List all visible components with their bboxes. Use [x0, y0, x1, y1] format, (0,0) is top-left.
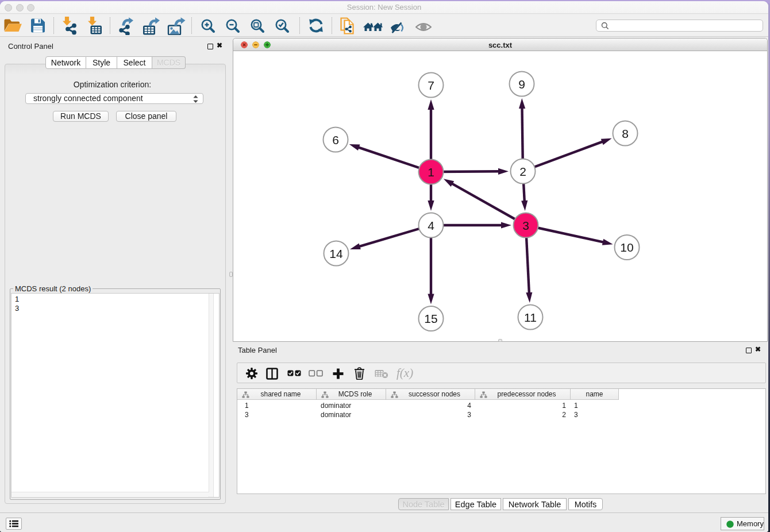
svg-text:9: 9: [518, 78, 525, 91]
svg-text:4: 4: [428, 219, 434, 232]
svg-text:15: 15: [424, 312, 437, 325]
svg-text:1: 1: [428, 165, 434, 179]
svg-text:11: 11: [524, 311, 537, 324]
svg-text:14: 14: [329, 247, 343, 260]
svg-text:2: 2: [519, 165, 526, 178]
svg-text:7: 7: [428, 79, 434, 92]
svg-text:8: 8: [622, 127, 629, 140]
svg-text:6: 6: [332, 133, 339, 147]
svg-text:10: 10: [620, 241, 633, 254]
svg-text:3: 3: [522, 219, 529, 232]
